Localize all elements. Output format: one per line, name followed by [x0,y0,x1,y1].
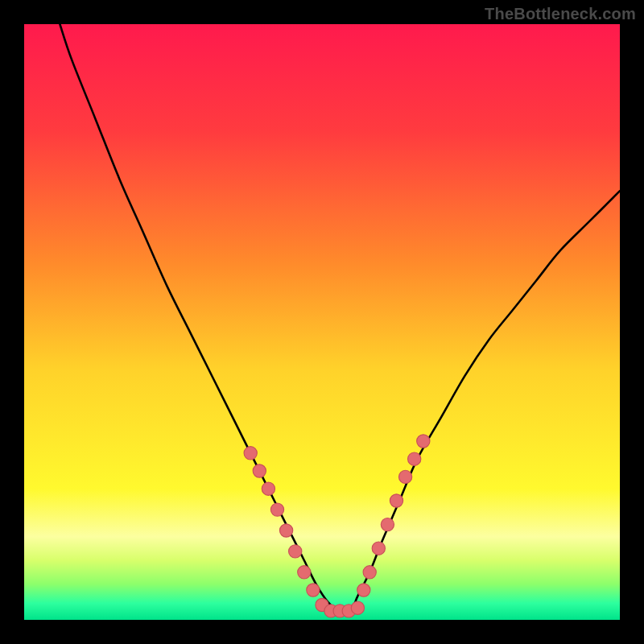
highlight-marker [279,524,292,537]
highlight-marker [390,494,402,507]
highlight-marker [351,601,364,614]
highlight-marker [270,503,283,516]
highlight-marker [289,545,302,558]
highlight-marker [357,584,370,597]
highlight-marker [253,464,266,477]
highlight-marker [262,482,275,495]
highlight-marker [307,584,320,597]
highlight-marker [408,452,421,465]
curve-layer [24,24,620,620]
highlight-marker [298,566,311,579]
highlighted-points-group [244,435,430,617]
bottleneck-curve [60,24,620,611]
highlight-marker [398,470,411,483]
highlight-marker [417,435,430,448]
watermark-text: TheBottleneck.com [485,5,636,23]
chart-frame: TheBottleneck.com [0,0,644,644]
highlight-marker [244,447,257,460]
highlight-marker [381,518,394,530]
highlight-marker [372,542,385,555]
highlight-marker [363,566,376,579]
